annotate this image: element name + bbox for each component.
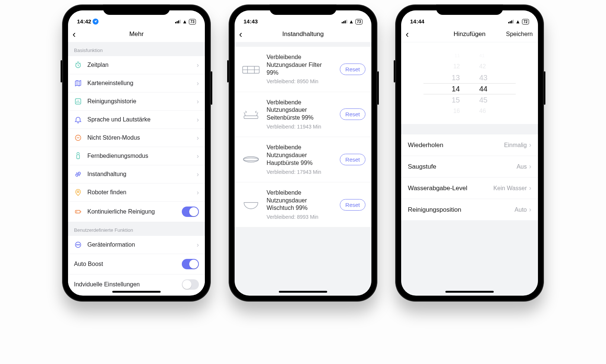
home-bar[interactable]: [112, 291, 161, 293]
toggle[interactable]: [182, 259, 199, 269]
reset-button[interactable]: Reset: [340, 199, 365, 211]
svg-point-8: [78, 244, 78, 245]
svg-point-12: [243, 157, 258, 162]
row-label: Geräteinformation: [87, 241, 191, 248]
row-zeitplan[interactable]: Zeitplan ›: [68, 56, 205, 74]
row-label: Karteneinstellung: [87, 80, 191, 87]
chevron-right-icon: ›: [197, 79, 199, 87]
maint-title: Verbleibende Nutzungsdauer Seitenbürste …: [267, 99, 335, 122]
info-icon: [74, 241, 82, 249]
setting-value: Aus: [516, 163, 527, 170]
maint-sub: Verbleibend: 17943 Min: [267, 169, 335, 175]
reset-button[interactable]: Reset: [340, 108, 365, 120]
setting-value: Einmalig: [504, 142, 527, 149]
row-saugstufe[interactable]: Saugstufe Aus ›: [401, 156, 538, 178]
home-bar[interactable]: [279, 291, 327, 293]
back-button[interactable]: ‹: [72, 29, 76, 39]
maint-row-wischtuch: Verbleibende Nutzungsdauer Wischtuch 99%…: [235, 182, 371, 227]
row-nicht-stoeren[interactable]: Nicht Stören-Modus ›: [68, 129, 205, 147]
phone-instandhaltung: 14:43 ▲ 73 ‹ Instandhaltung Verbleibende…: [229, 4, 377, 302]
nav-bar: ‹ Hinzufügen Speichern: [401, 26, 538, 42]
chevron-right-icon: ›: [197, 134, 199, 142]
back-button[interactable]: ‹: [406, 29, 409, 39]
row-kontinuierliche-reinigung[interactable]: Kontinuierliche Reinigung: [68, 202, 205, 222]
home-bar[interactable]: [445, 291, 494, 293]
chevron-right-icon: ›: [197, 98, 199, 105]
row-label: Nicht Stören-Modus: [87, 134, 191, 141]
picker-min-selected: 44: [479, 85, 487, 93]
chevron-right-icon: ›: [197, 61, 199, 69]
maint-title: Verbleibende Nutzungsdauer Filter 99%: [267, 53, 335, 77]
reset-button[interactable]: Reset: [340, 154, 365, 165]
signal-icon: [508, 20, 514, 23]
row-roboter-finden[interactable]: Roboter finden ›: [68, 183, 205, 202]
status-time: 14:42: [77, 18, 91, 25]
maint-sub: Verbleibend: 8950 Min: [267, 78, 335, 85]
svg-rect-3: [77, 155, 79, 159]
maint-title: Verbleibende Nutzungsdauer Hauptbürste 9…: [267, 144, 335, 167]
clock-icon: [74, 61, 82, 69]
toggle[interactable]: [182, 207, 199, 217]
chevron-right-icon: ›: [197, 189, 199, 196]
remote-icon: [74, 152, 82, 160]
bell-icon: [74, 116, 82, 124]
section-header-basisfunktion: Basisfunktion: [68, 42, 205, 56]
chevron-right-icon: ›: [197, 241, 199, 249]
row-fernbedienung[interactable]: Fernbedienungsmodus ›: [68, 147, 205, 165]
svg-point-4: [77, 191, 79, 193]
dnd-icon: [74, 134, 82, 142]
phone-hinzufuegen: 14:44 ▲ 72 ‹ Hinzufügen Speichern 1141 1…: [395, 4, 544, 302]
setting-label: Saugstufe: [408, 163, 516, 170]
maint-sub: Verbleibend: 11943 Min: [267, 123, 335, 130]
toggle[interactable]: [182, 279, 199, 290]
chevron-right-icon: ›: [529, 141, 531, 149]
pin-icon: [74, 188, 82, 196]
chevron-right-icon: ›: [197, 152, 199, 160]
maint-row-hauptbuerste: Verbleibende Nutzungsdauer Hauptbürste 9…: [235, 137, 371, 182]
location-icon: [93, 19, 99, 25]
wifi-icon: ▲: [515, 19, 520, 25]
row-reinigungshistorie[interactable]: Reinigungshistorie ›: [68, 92, 205, 111]
row-label: Fernbedienungsmodus: [87, 153, 191, 159]
row-wasserabgabe[interactable]: Wasserabgabe-Level Kein Wasser ›: [401, 178, 538, 199]
row-sprache[interactable]: Sprache und Lautstärke ›: [68, 111, 205, 129]
svg-rect-5: [75, 210, 80, 213]
row-geraeteinformation[interactable]: Geräteinformation ›: [68, 236, 205, 254]
status-time: 14:44: [410, 18, 424, 25]
wrench-icon: [74, 170, 82, 178]
setting-value: Auto: [515, 207, 527, 213]
map-icon: [74, 79, 82, 87]
row-label: Kontinuierliche Reinigung: [87, 208, 177, 215]
notch: [436, 4, 503, 15]
picker-hour-selected: 14: [452, 85, 460, 93]
back-button[interactable]: ‹: [239, 29, 242, 39]
page-title: Hinzufügen: [454, 30, 486, 38]
reset-button[interactable]: Reset: [340, 64, 365, 75]
low-battery-icon: [74, 208, 82, 216]
chevron-right-icon: ›: [197, 116, 199, 124]
status-time: 14:43: [244, 18, 258, 25]
setting-label: Wasserabgabe-Level: [408, 185, 493, 192]
maint-sub: Verbleibend: 8993 Min: [267, 214, 335, 220]
row-label: Sprache und Lautstärke: [87, 116, 191, 123]
nav-bar: ‹ Instandhaltung: [235, 26, 371, 42]
phone-mehr: 14:42 ▲ 73 ‹ Mehr Basisfunktion Zeitplan…: [62, 4, 211, 302]
maint-row-seitenbuerste: Verbleibende Nutzungsdauer Seitenbürste …: [235, 92, 371, 137]
row-auto-boost[interactable]: Auto Boost: [68, 254, 205, 274]
section-header-benutzerdefiniert: Benutzerdefinierte Funktion: [68, 222, 205, 236]
wifi-icon: ▲: [182, 19, 187, 25]
row-karteneinstellung[interactable]: Karteneinstellung ›: [68, 74, 205, 92]
maint-row-filter: Verbleibende Nutzungsdauer Filter 99% Ve…: [235, 47, 371, 92]
row-reinigungsposition[interactable]: Reinigungsposition Auto ›: [401, 199, 538, 220]
row-wiederholen[interactable]: Wiederholen Einmalig ›: [401, 134, 538, 156]
save-button[interactable]: Speichern: [506, 31, 533, 38]
svg-point-7: [76, 244, 77, 245]
wifi-icon: ▲: [349, 19, 354, 25]
time-picker[interactable]: 1141 1242 1343 1444 1545 1646: [401, 42, 538, 124]
nav-bar: ‹ Mehr: [68, 26, 205, 42]
filter-icon: [241, 62, 261, 77]
row-instandhaltung[interactable]: Instandhaltung ›: [68, 165, 205, 183]
side-brush-icon: [241, 107, 261, 122]
svg-point-9: [79, 244, 80, 245]
row-label: Instandhaltung: [87, 171, 191, 178]
